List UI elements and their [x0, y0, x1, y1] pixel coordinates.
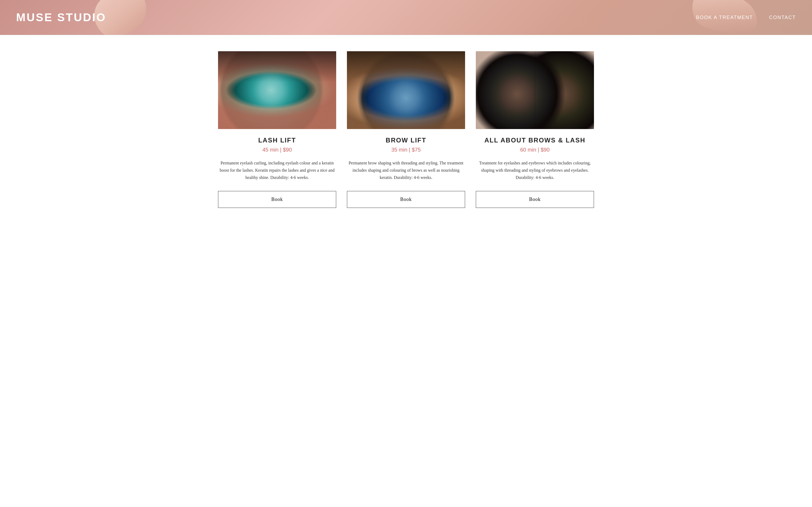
eye-combined-graphic: [476, 51, 594, 129]
main-nav: BOOK A TREATMENT CONTACT: [696, 15, 796, 20]
main-content: LASH LIFT 45 min | $90 Permanent eyelash…: [0, 35, 812, 229]
all-about-brows-description: Treatment for eyelashes and eyebrows whi…: [476, 159, 594, 181]
lash-lift-description: Permanent eyelash curling, including eye…: [218, 159, 336, 181]
header: MUSE STUDIO BOOK A TREATMENT CONTACT: [0, 0, 812, 35]
service-card-lash-lift: LASH LIFT 45 min | $90 Permanent eyelash…: [218, 51, 336, 208]
brow-lift-book-button[interactable]: Book: [347, 191, 465, 208]
eye-brow-graphic: [347, 51, 465, 129]
service-card-brow-lift: BROW LIFT 35 min | $75 Permanent brow sh…: [347, 51, 465, 208]
service-card-all-about-brows: ALL ABOUT BROWS & LASH 60 min | $90 Trea…: [476, 51, 594, 208]
brow-lift-description: Permanent brow shaping with threading an…: [347, 159, 465, 181]
lash-lift-book-button[interactable]: Book: [218, 191, 336, 208]
all-about-brows-image: [476, 51, 594, 129]
lash-lift-title: LASH LIFT: [258, 136, 296, 144]
nav-contact[interactable]: CONTACT: [769, 15, 796, 20]
brow-lift-image: [347, 51, 465, 129]
header-background: [0, 0, 812, 35]
services-grid: LASH LIFT 45 min | $90 Permanent eyelash…: [218, 51, 594, 208]
lash-lift-image: [218, 51, 336, 129]
all-about-brows-title: ALL ABOUT BROWS & LASH: [485, 136, 586, 144]
all-about-brows-book-button[interactable]: Book: [476, 191, 594, 208]
eye-lash-graphic: [218, 51, 336, 129]
logo: MUSE STUDIO: [16, 11, 106, 24]
brow-lift-price: 35 min | $75: [391, 147, 421, 153]
all-about-brows-price: 60 min | $90: [520, 147, 550, 153]
brow-lift-title: BROW LIFT: [386, 136, 426, 144]
nav-book-treatment[interactable]: BOOK A TREATMENT: [696, 15, 753, 20]
lash-lift-price: 45 min | $90: [262, 147, 292, 153]
